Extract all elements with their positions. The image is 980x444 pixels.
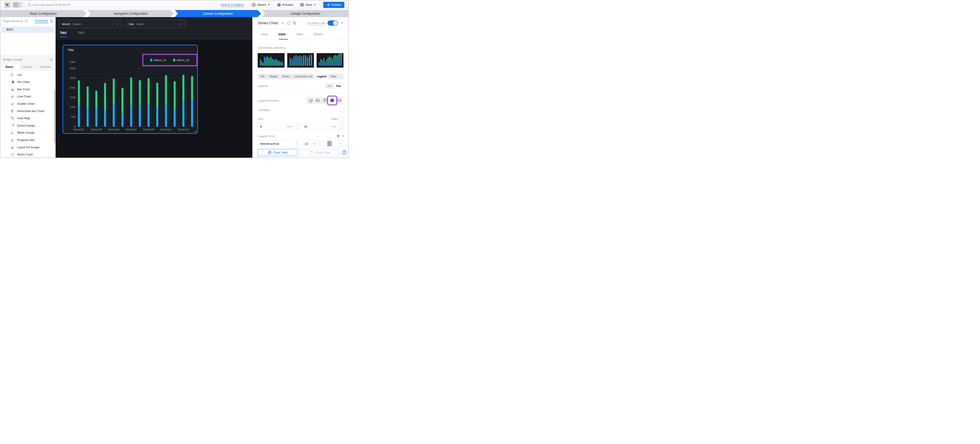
inspector-tab-others[interactable]: Others	[313, 32, 323, 36]
paste-style-button[interactable]: Paste Style	[300, 149, 340, 156]
legend-item-metric01[interactable]: Metric_01	[150, 59, 167, 62]
size-spinner-up[interactable]	[294, 123, 299, 127]
subtab-title[interactable]: Title	[258, 74, 267, 79]
line-spinner-up[interactable]	[338, 123, 343, 127]
widget-item-list[interactable]: List	[0, 71, 56, 78]
others-menu[interactable]: Others	[252, 3, 270, 7]
site-filter-select[interactable]: Site: Select	[126, 20, 185, 28]
svg-text:Dimen09: Dimen09	[143, 128, 154, 131]
tab-template[interactable]: Template	[36, 64, 55, 70]
size-auto-checkbox[interactable]	[340, 117, 344, 121]
list-collapse-icon[interactable]	[49, 19, 53, 23]
spinner-down-icon	[296, 127, 298, 129]
font-size-spinner-up[interactable]	[318, 140, 323, 144]
widget-item-horizontal-bar-chart[interactable]: Horizontal Bar Chart	[0, 107, 56, 115]
donut-gauge-icon	[11, 124, 14, 127]
style-thumbnail-marker-bars[interactable]	[287, 53, 314, 68]
canvas-inner: kWh050k100k150k200k250k300kDimen01Dimen0…	[56, 40, 252, 158]
new-look-toggle[interactable]	[328, 21, 338, 25]
widget-item-line-chart[interactable]: Line Chart	[0, 93, 56, 100]
help-icon[interactable]: ?	[342, 150, 347, 155]
tab-custom[interactable]: Custom	[19, 64, 36, 70]
copy-style-button[interactable]: Copy Style	[258, 149, 298, 156]
font-family-select[interactable]: Helvetica/Arial	[258, 140, 300, 147]
svg-text:150k: 150k	[70, 96, 76, 99]
subtab-legend[interactable]: Legend	[315, 73, 329, 80]
preview-button[interactable]: Preview	[277, 3, 293, 7]
style-thumbnail-alternating-bars[interactable]	[258, 53, 285, 68]
topbar: Last Auto Saved Draft 16:29 How to Confi…	[0, 0, 348, 10]
plus-circle-icon[interactable]	[25, 19, 28, 23]
legend-position-top-inline-icon[interactable]	[329, 97, 336, 103]
scenarios-tab[interactable]: Scenarios	[35, 19, 48, 23]
subtab-mark[interactable]: Mark	[328, 74, 339, 79]
save-menu[interactable]: Save	[300, 3, 316, 7]
metric02-label: Metric_02	[177, 59, 189, 62]
canvas-tab1[interactable]: Tab1	[60, 31, 67, 37]
legend-position-left-icon[interactable]	[315, 97, 321, 103]
back-button[interactable]	[4, 2, 10, 8]
legend-size-value[interactable]: 8	[258, 125, 287, 128]
inspector-tab-filter[interactable]: Filter	[296, 32, 303, 36]
subtab-widget[interactable]: Widget	[267, 74, 280, 79]
sidebar-scrollbar[interactable]	[54, 89, 55, 143]
page-item-canvas1[interactable]: 画布1	[2, 27, 54, 33]
sort-icon[interactable]	[281, 21, 285, 25]
widget-item-donut-gauge[interactable]: Donut Gauge	[0, 122, 56, 129]
legend-item-metric02[interactable]: Metric_02	[173, 59, 189, 62]
search-icon[interactable]	[49, 58, 53, 61]
bold-button[interactable]: B	[337, 134, 339, 138]
inspector-tab-style[interactable]: Style	[278, 32, 286, 36]
subtab-series[interactable]: Series	[280, 74, 292, 79]
legend-position-top-icon[interactable]	[322, 97, 328, 103]
doc-search-icon[interactable]	[292, 21, 296, 25]
line-spinner-down[interactable]	[338, 127, 343, 130]
inspector-tab-data[interactable]: Data	[261, 32, 268, 36]
step-basic-configuration[interactable]: Basic Configuration	[0, 10, 87, 17]
widget-item-meter-gauge[interactable]: Meter Gauge	[0, 129, 56, 137]
legend-highlight-annotation: Metric_01 Metric_02	[142, 54, 197, 66]
legend-line-value[interactable]: 42	[302, 125, 331, 128]
month-filter-value: Select	[73, 22, 81, 26]
legend-position-right-icon[interactable]	[336, 97, 343, 103]
italic-button[interactable]: I	[342, 134, 344, 138]
step-linkage-configuration[interactable]: Linkage Configuration	[262, 10, 348, 17]
legend-no-option[interactable]: No	[326, 84, 334, 88]
font-color-select[interactable]	[325, 140, 344, 147]
how-to-configure-link[interactable]: How to Configure	[221, 3, 244, 6]
publish-button[interactable]: Publish	[323, 2, 344, 8]
site-filter-label: Site:	[129, 22, 135, 26]
widget-item-progress-bar[interactable]: %Progress Bar	[0, 136, 56, 144]
paste-icon	[309, 151, 313, 154]
widget-item-scatter-chart[interactable]: Scatter Chart	[0, 100, 56, 107]
chevron-down-icon	[295, 142, 298, 145]
step-navigation-configuration[interactable]: Navigation Configuration	[88, 10, 174, 17]
font-size-input[interactable]: 12 pt	[302, 140, 323, 147]
step-canvas-configuration[interactable]: Canvas Configuration	[175, 10, 261, 17]
compact-checkbox[interactable]	[340, 108, 344, 112]
autosave-status: Last Auto Saved Draft 16:29	[27, 3, 70, 7]
refresh-icon[interactable]	[286, 21, 290, 25]
legend-position-bottom-icon[interactable]	[307, 97, 314, 103]
legend-size-input[interactable]: 8 Size	[258, 123, 299, 130]
widget-resize-handle[interactable]	[194, 130, 196, 132]
tab-basic[interactable]: Basic	[0, 64, 19, 70]
close-icon[interactable]: ✕	[340, 21, 344, 25]
series-chart-widget[interactable]: kWh050k100k150k200k250k300kDimen01Dimen0…	[62, 45, 198, 134]
widget-item-heat-map[interactable]: Heat Map	[0, 115, 56, 122]
style-thumbnail-stacked-bars[interactable]	[317, 53, 344, 68]
progress-bar-icon: %	[11, 138, 14, 142]
try-new-look-link[interactable]: Try New Look	[307, 21, 326, 25]
scatter-chart-icon	[11, 102, 14, 106]
widget-item-pie-chart[interactable]: Pie Chart	[0, 78, 56, 86]
legend-yes-option[interactable]: Yes	[334, 84, 343, 88]
canvas-tab2[interactable]: Tab2	[78, 31, 84, 37]
subtab-coordinate-axis[interactable]: Coordinate Axis	[292, 74, 315, 79]
widget-item-metric-card[interactable]: KPIMetric Card	[0, 151, 56, 158]
size-spinner-down[interactable]	[294, 127, 299, 130]
widget-item-bar-chart[interactable]: Bar Chart	[0, 86, 56, 93]
legend-line-input[interactable]: 42 Line	[302, 123, 344, 130]
font-size-value[interactable]: 12	[302, 142, 313, 145]
month-filter-select[interactable]: Month: Select	[59, 20, 122, 28]
widget-item-liquid-fill-gauge[interactable]: Liquid Fill Guage	[0, 144, 56, 151]
